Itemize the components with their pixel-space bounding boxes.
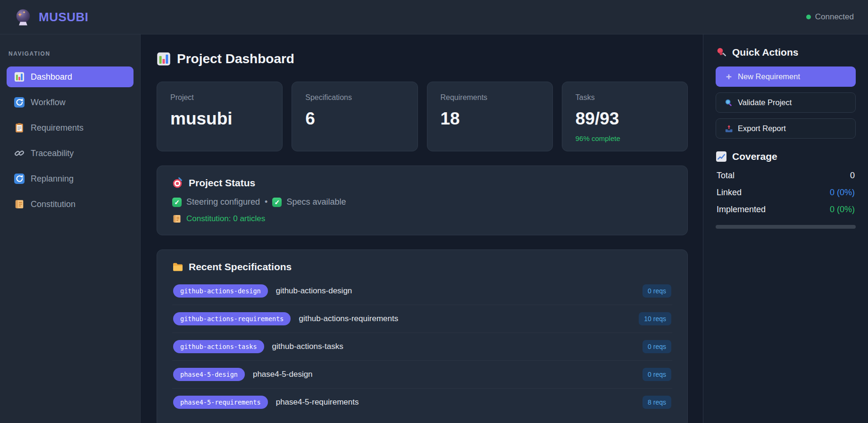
app-logo: MUSUBI (14, 8, 89, 26)
clipboard-icon (14, 123, 25, 133)
button-label: Export Report (738, 124, 786, 133)
project-status-line: ✓ Steering configured • ✓ Specs availabl… (172, 197, 672, 207)
coverage-label: Total (717, 171, 734, 181)
stat-cards: Project musubi Specifications 6 Requirem… (157, 82, 688, 151)
page-title: Project Dashboard (157, 51, 688, 66)
spec-reqs-badge: 0 reqs (643, 368, 671, 381)
app-header: MUSUBI Connected (0, 0, 868, 34)
new-requirement-button[interactable]: + New Requirement (716, 66, 856, 87)
coverage-row-total: Total 0 (717, 171, 855, 181)
project-status-title-label: Project Status (189, 177, 255, 189)
spec-id-badge: phase4-5-design (173, 368, 245, 381)
validate-project-button[interactable]: Validate Project (716, 92, 856, 113)
target-icon (172, 177, 184, 189)
status-separator: • (265, 197, 267, 207)
sidebar-item-requirements[interactable]: Requirements (7, 117, 134, 138)
recent-specifications-title-label: Recent Specifications (189, 261, 292, 273)
spec-name: github-actions-design (276, 286, 352, 296)
sidebar-item-label: Workflow (31, 98, 66, 108)
list-item[interactable]: phase4-5-requirements phase4-5-requireme… (172, 389, 672, 416)
specification-list: github-actions-design github-actions-des… (172, 277, 672, 416)
sidebar-item-workflow[interactable]: Workflow (7, 92, 134, 113)
connection-status-badge: Connected (806, 12, 854, 22)
folder-icon (172, 261, 184, 273)
list-item[interactable]: phase4-5-design phase4-5-design 0 reqs (172, 361, 672, 389)
sidebar-item-traceability[interactable]: Traceability (7, 143, 134, 164)
list-item[interactable]: github-actions-design github-actions-des… (172, 277, 672, 305)
coverage-label: Implemented (717, 205, 766, 215)
spec-id-badge: github-actions-design (173, 284, 268, 298)
sidebar-item-replanning[interactable]: Replanning (7, 168, 134, 189)
list-item[interactable]: github-actions-tasks github-actions-task… (172, 333, 672, 361)
sidebar-item-label: Traceability (31, 149, 74, 158)
connection-status-label: Connected (815, 12, 854, 22)
coverage-title-label: Coverage (732, 151, 777, 162)
sidebar-item-dashboard[interactable]: Dashboard (7, 66, 134, 87)
refresh-icon (14, 174, 25, 184)
recent-specifications-card: Recent Specifications github-actions-des… (157, 249, 688, 423)
stat-card-tasks: Tasks 89/93 96% complete (562, 82, 688, 151)
project-status-title: Project Status (172, 177, 672, 189)
page-title-label: Project Dashboard (177, 51, 294, 66)
spec-reqs-badge: 0 reqs (643, 340, 671, 353)
coverage-value: 0 (0%) (830, 205, 855, 215)
spec-id-badge: github-actions-tasks (173, 340, 264, 353)
button-label: New Requirement (738, 72, 800, 81)
button-label: Validate Project (738, 98, 792, 107)
pushpin-icon (716, 47, 727, 58)
sidebar-item-label: Requirements (31, 123, 83, 133)
stat-label: Project (170, 93, 269, 102)
coverage-row-linked: Linked 0 (0%) (717, 188, 855, 198)
sidebar-item-constitution[interactable]: Constitution (7, 194, 134, 215)
stat-card-requirements: Requirements 18 (427, 82, 553, 151)
navigation-section-label: NAVIGATION (8, 50, 133, 57)
stat-card-project: Project musubi (157, 82, 283, 151)
bar-chart-icon (157, 52, 171, 66)
bar-chart-icon (14, 72, 25, 82)
spec-reqs-badge: 0 reqs (643, 284, 671, 298)
link-icon (14, 148, 25, 158)
sidebar-item-label: Dashboard (31, 72, 72, 82)
constitution-status-line: Constitution: 0 articles (172, 214, 672, 224)
scroll-icon (14, 199, 25, 209)
coverage-section: Coverage Total 0 Linked 0 (0%) Implement… (716, 151, 856, 229)
spec-reqs-badge: 8 reqs (643, 396, 671, 409)
app-name: MUSUBI (39, 10, 89, 25)
crystal-ball-icon (14, 8, 32, 26)
spec-name: github-actions-requirements (299, 314, 398, 323)
stat-value: musubi (170, 109, 269, 129)
sidebar-item-label: Constitution (31, 199, 75, 209)
spec-id-badge: github-actions-requirements (173, 312, 291, 325)
connected-dot-icon (806, 15, 811, 19)
plus-icon: + (725, 73, 733, 81)
list-item[interactable]: github-actions-requirements github-actio… (172, 305, 672, 333)
coverage-row-implemented: Implemented 0 (0%) (717, 205, 855, 215)
stat-sublabel: 96% complete (576, 134, 674, 142)
coverage-value: 0 (0%) (830, 188, 855, 198)
coverage-title: Coverage (716, 151, 856, 162)
check-icon: ✓ (272, 198, 282, 207)
refresh-icon (14, 97, 25, 108)
stat-label: Tasks (576, 93, 674, 102)
navigation-sidebar: NAVIGATION Dashboard Workflow Requiremen… (0, 34, 141, 423)
spec-name: phase4-5-design (253, 370, 313, 379)
outbox-icon (725, 124, 733, 133)
spec-id-badge: phase4-5-requirements (173, 396, 268, 409)
search-icon (725, 99, 733, 107)
main-content: Project Dashboard Project musubi Specifi… (141, 34, 703, 423)
stat-value: 89/93 (576, 109, 674, 129)
export-report-button[interactable]: Export Report (716, 118, 856, 139)
check-icon: ✓ (172, 198, 182, 207)
scroll-icon (172, 214, 182, 224)
stat-label: Specifications (305, 93, 404, 102)
coverage-value: 0 (850, 171, 855, 181)
stat-value: 6 (305, 109, 404, 129)
steering-status-label: Steering configured (186, 197, 260, 207)
sidebar-item-label: Replanning (31, 174, 74, 184)
spec-name: github-actions-tasks (272, 342, 343, 351)
quick-actions-title-label: Quick Actions (732, 47, 798, 58)
quick-actions-title: Quick Actions (716, 47, 856, 58)
recent-specifications-title: Recent Specifications (172, 261, 672, 273)
coverage-progress-bar (716, 225, 856, 229)
spec-reqs-badge: 10 reqs (639, 312, 671, 325)
